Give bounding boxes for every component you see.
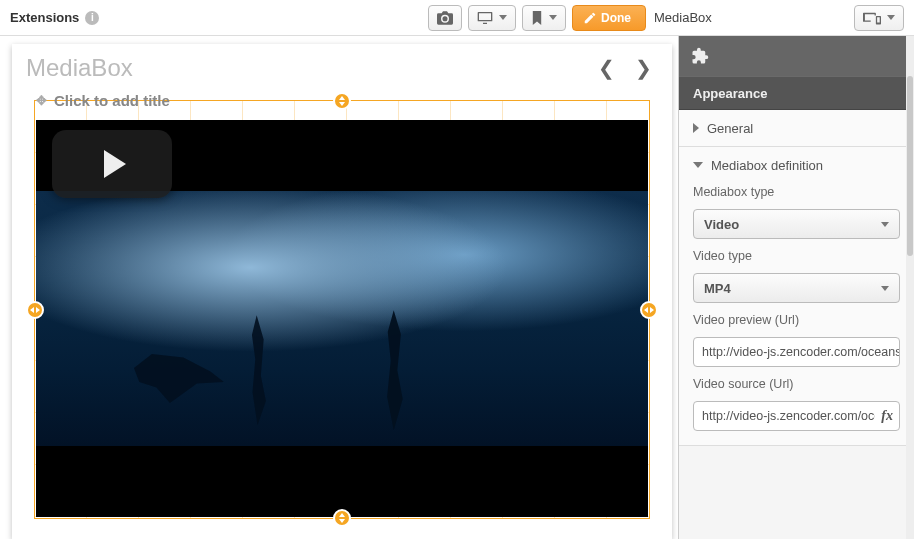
- bookmark-icon: [531, 11, 543, 25]
- expression-button[interactable]: fx: [875, 408, 893, 424]
- object-selection[interactable]: ✥ Click to add title: [28, 90, 656, 529]
- done-label: Done: [601, 11, 631, 25]
- chevron-down-icon: [549, 15, 557, 20]
- top-toolbar: Extensions i Done MediaBox: [0, 0, 914, 36]
- devices-menu-button[interactable]: [854, 5, 904, 31]
- section-general-label: General: [707, 121, 753, 136]
- sidebar-scrollbar[interactable]: [906, 36, 914, 539]
- extensions-label: Extensions: [10, 10, 79, 25]
- mediabox-type-select[interactable]: Video: [693, 209, 900, 239]
- video-preview[interactable]: [36, 120, 648, 517]
- video-type-label: Video type: [693, 249, 900, 263]
- object-name-label: MediaBox: [654, 10, 854, 25]
- resize-handle-right[interactable]: [640, 301, 658, 319]
- video-source-label: Video source (Url): [693, 377, 900, 391]
- next-sheet-button[interactable]: ❯: [635, 56, 652, 80]
- section-mediabox-label: Mediabox definition: [711, 158, 823, 173]
- card-title: MediaBox: [26, 54, 133, 82]
- chevron-right-icon: [693, 123, 699, 133]
- devices-icon: [863, 11, 881, 25]
- title-placeholder-text: Click to add title: [54, 92, 170, 109]
- monitor-icon: [477, 11, 493, 25]
- sidebar-panel-title: Appearance: [679, 76, 914, 110]
- chevron-down-icon: [887, 15, 895, 20]
- puzzle-icon: [691, 47, 709, 65]
- video-source-input[interactable]: http://video-js.zencoder.com/oce fx: [693, 401, 900, 431]
- video-preview-label: Video preview (Url): [693, 313, 900, 327]
- sidebar-tab-extension[interactable]: [679, 36, 914, 76]
- video-type-value: MP4: [704, 281, 731, 296]
- chevron-down-icon: [693, 162, 703, 168]
- snapshot-button[interactable]: [428, 5, 462, 31]
- sheet-card: MediaBox ❮ ❯ ✥ Click to add title: [12, 44, 672, 539]
- move-handle-icon[interactable]: ✥: [34, 94, 48, 108]
- canvas-area[interactable]: MediaBox ❮ ❯ ✥ Click to add title: [0, 36, 678, 539]
- section-mediabox-definition: Mediabox definition Mediabox type Video …: [679, 147, 914, 446]
- play-icon: [104, 150, 126, 178]
- camera-icon: [437, 11, 453, 25]
- chevron-down-icon: [881, 222, 889, 227]
- object-title-placeholder[interactable]: ✥ Click to add title: [34, 88, 170, 113]
- resize-handle-left[interactable]: [26, 301, 44, 319]
- section-mediabox-toggle[interactable]: Mediabox definition: [679, 147, 914, 183]
- video-frame-image: [36, 191, 648, 445]
- video-preview-input[interactable]: http://video-js.zencoder.com/oceans-: [693, 337, 900, 367]
- video-type-select[interactable]: MP4: [693, 273, 900, 303]
- section-general[interactable]: General: [679, 110, 914, 147]
- done-button[interactable]: Done: [572, 5, 646, 31]
- play-button[interactable]: [52, 130, 172, 198]
- chevron-down-icon: [499, 15, 507, 20]
- pencil-icon: [583, 11, 597, 25]
- video-preview-value: http://video-js.zencoder.com/oceans-: [702, 345, 900, 359]
- mediabox-type-value: Video: [704, 217, 739, 232]
- resize-handle-bottom[interactable]: [333, 509, 351, 527]
- device-preview-button[interactable]: [468, 5, 516, 31]
- info-icon[interactable]: i: [85, 11, 99, 25]
- resize-handle-top[interactable]: [333, 92, 351, 110]
- video-source-value: http://video-js.zencoder.com/oce: [702, 409, 881, 423]
- scrollbar-thumb[interactable]: [907, 76, 913, 256]
- prev-sheet-button[interactable]: ❮: [598, 56, 615, 80]
- chevron-down-icon: [881, 286, 889, 291]
- properties-sidebar: Appearance General Mediabox definition M…: [678, 36, 914, 539]
- mediabox-type-label: Mediabox type: [693, 185, 900, 199]
- bookmark-button[interactable]: [522, 5, 566, 31]
